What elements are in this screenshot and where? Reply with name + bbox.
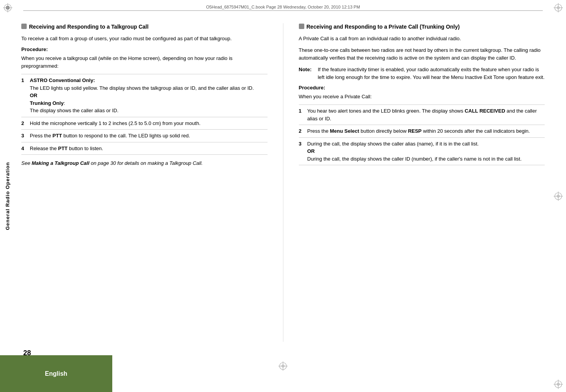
reg-mark-right-mid [554, 192, 563, 201]
right-intro2: These one-to-one calls between two radio… [299, 46, 545, 62]
right-step-1: 1 You hear two alert tones and the LED b… [299, 104, 545, 125]
right-step-3: 3 During the call, the display shows the… [299, 138, 545, 166]
right-steps: 1 You hear two alert tones and the LED b… [299, 104, 545, 165]
file-info-bar: O5Head_6875947M01_C.book Page 28 Wednesd… [23, 3, 543, 11]
left-heading-text: Receiving and Responding to a Talkgroup … [29, 23, 149, 31]
left-step-2: 2 Hold the microphone vertically 1 to 2 … [21, 117, 268, 130]
note-block: Note: If the feature inactivity timer is… [299, 66, 545, 81]
right-procedure-intro: When you receive a Private Call: [299, 93, 545, 101]
left-section-heading: Receiving and Responding to a Talkgroup … [21, 23, 268, 31]
right-heading-text: Receiving and Responding to a Private Ca… [307, 23, 460, 31]
side-label: General Radio Operation [0, 46, 15, 346]
left-step-3: 3 Press the PTT button to respond to the… [21, 130, 268, 142]
left-procedure-label: Procedure: [21, 46, 268, 52]
left-steps: 1 ASTRO Conventional Only:The LED lights… [21, 74, 268, 155]
left-section-icon [21, 24, 27, 29]
left-column: Receiving and Responding to a Talkgroup … [21, 15, 268, 349]
right-section-heading: Receiving and Responding to a Private Ca… [299, 23, 545, 31]
file-info-text: O5Head_6875947M01_C.book Page 28 Wednesd… [206, 5, 360, 9]
note-text: If the feature inactivity timer is enabl… [318, 66, 545, 81]
note-label: Note: [299, 66, 312, 81]
reg-mark-top-left [3, 3, 12, 12]
right-step-2: 2 Press the Menu Select button directly … [299, 125, 545, 138]
left-step-1: 1 ASTRO Conventional Only:The LED lights… [21, 74, 268, 117]
left-step-4: 4 Release the PTT button to listen. [21, 142, 268, 155]
left-intro: To receive a call from a group of users,… [21, 35, 268, 43]
english-tab: English [0, 355, 112, 392]
left-procedure-intro: When you receive a talkgroup call (while… [21, 55, 268, 70]
reg-mark-bottom-right [554, 380, 563, 389]
reg-mark-bottom-center [278, 361, 288, 371]
right-intro1: A Private Call is a call from an individ… [299, 35, 545, 43]
right-procedure-label: Procedure: [299, 85, 545, 91]
right-section-icon [299, 24, 304, 29]
reg-mark-top-right [554, 3, 563, 12]
column-divider [283, 23, 283, 342]
main-content: Receiving and Responding to a Talkgroup … [21, 15, 545, 349]
right-column: Receiving and Responding to a Private Ca… [299, 15, 545, 349]
left-cross-ref: See Making a Talkgroup Call on page 30 f… [21, 159, 268, 167]
